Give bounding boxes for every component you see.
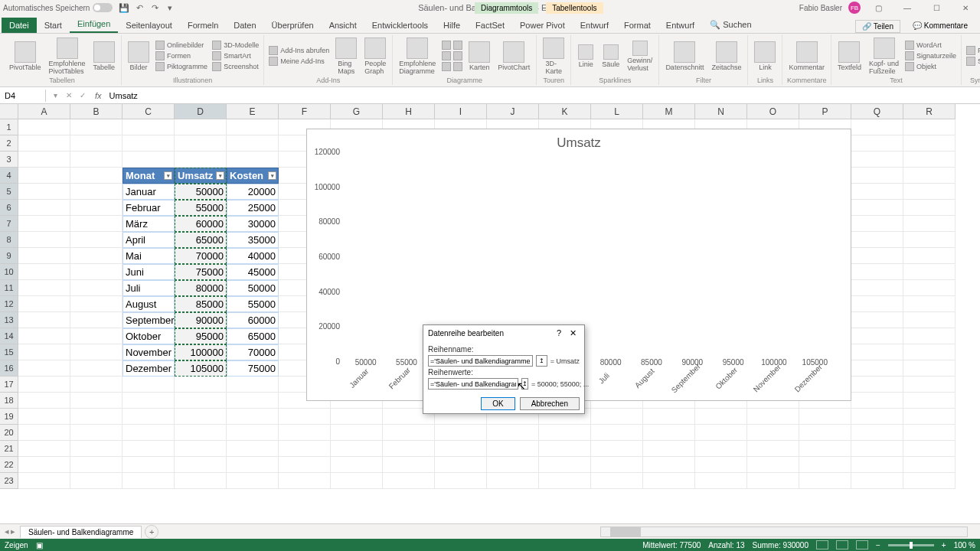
cell[interactable] <box>851 457 903 473</box>
cell[interactable] <box>18 473 70 489</box>
range-picker-icon[interactable]: ↥ <box>536 355 547 367</box>
cell[interactable] <box>851 360 903 377</box>
cell[interactable] <box>70 135 122 152</box>
header-footer-button[interactable]: Kopf- und Fußzeile <box>866 36 902 77</box>
cell[interactable] <box>122 425 175 441</box>
people-graph-button[interactable]: People Graph <box>361 36 389 77</box>
cell[interactable] <box>18 168 70 184</box>
column-header[interactable]: R <box>903 104 956 119</box>
enter-formula-icon[interactable]: ✓ <box>77 90 89 102</box>
cell[interactable]: Juli <box>122 280 175 296</box>
cell[interactable] <box>279 457 331 473</box>
icons-button[interactable]: Piktogramme <box>154 61 209 72</box>
cell[interactable] <box>799 409 851 425</box>
share-button[interactable]: 🔗 Teilen <box>855 20 900 33</box>
cell[interactable] <box>70 200 122 216</box>
row-header[interactable]: 2 <box>0 135 18 152</box>
cell[interactable] <box>747 425 799 441</box>
cell[interactable] <box>70 344 122 360</box>
fx-icon[interactable]: fx <box>92 91 105 100</box>
object-button[interactable]: Objekt <box>903 61 958 72</box>
column-header[interactable]: A <box>18 104 70 119</box>
cell[interactable] <box>70 360 122 377</box>
cell[interactable] <box>903 441 956 457</box>
cell[interactable] <box>18 344 70 360</box>
row-header[interactable]: 11 <box>0 280 18 296</box>
cell[interactable]: 80000 <box>175 280 227 296</box>
cell[interactable] <box>70 328 122 344</box>
cell[interactable] <box>18 264 70 280</box>
cell[interactable] <box>18 152 70 168</box>
normal-view-icon[interactable] <box>816 540 828 549</box>
cell[interactable]: 45000 <box>227 264 279 280</box>
cell[interactable] <box>435 441 487 457</box>
cell[interactable]: August <box>122 296 175 312</box>
get-addins-button[interactable]: Add-Ins abrufen <box>267 45 331 56</box>
cell[interactable] <box>851 441 903 457</box>
cell[interactable] <box>227 119 279 135</box>
cell[interactable]: 70000 <box>227 344 279 360</box>
cell[interactable] <box>227 393 279 409</box>
cell[interactable]: 105000 <box>175 360 227 377</box>
cell[interactable] <box>331 409 383 425</box>
dialog-help-icon[interactable]: ? <box>552 328 566 337</box>
cell[interactable] <box>227 473 279 489</box>
column-header[interactable]: O <box>747 104 799 119</box>
cell[interactable] <box>70 184 122 200</box>
cell[interactable] <box>18 200 70 216</box>
tab-seitenlayout[interactable]: Seitenlayout <box>118 18 180 33</box>
timeline-button[interactable]: Zeitachse <box>708 40 744 73</box>
cell[interactable] <box>851 248 903 264</box>
smartart-button[interactable]: SmartArt <box>211 51 260 61</box>
dialog-close-icon[interactable]: ✕ <box>566 328 580 338</box>
cell[interactable]: April <box>122 232 175 248</box>
cell[interactable] <box>331 425 383 441</box>
column-header[interactable]: N <box>695 104 747 119</box>
cell[interactable] <box>435 425 487 441</box>
cell[interactable] <box>175 152 227 168</box>
pivotchart-button[interactable]: PivotChart <box>495 40 533 73</box>
cell[interactable] <box>487 425 539 441</box>
row-header[interactable]: 5 <box>0 184 18 200</box>
zoom-in-icon[interactable]: + <box>942 541 946 549</box>
cell[interactable] <box>175 119 227 135</box>
bing-maps-button[interactable]: Bing Maps <box>332 36 360 77</box>
cell[interactable] <box>851 377 903 393</box>
filter-icon[interactable]: ▾ <box>216 171 224 180</box>
my-addins-button[interactable]: Meine Add-Ins <box>267 56 331 67</box>
cell[interactable] <box>903 473 956 489</box>
cell[interactable] <box>227 409 279 425</box>
cell[interactable] <box>487 473 539 489</box>
cell[interactable] <box>18 312 70 328</box>
cell[interactable] <box>175 473 227 489</box>
row-header[interactable]: 7 <box>0 216 18 232</box>
autosave-toggle[interactable]: Automatisches Speichern <box>3 3 113 12</box>
undo-icon[interactable]: ↶ <box>134 2 145 13</box>
tab-entwurf-chart[interactable]: Entwurf <box>573 18 616 33</box>
cell[interactable] <box>903 409 956 425</box>
cell[interactable] <box>903 216 956 232</box>
cell[interactable] <box>227 425 279 441</box>
cell[interactable]: Mai <box>122 248 175 264</box>
tab-file[interactable]: Datei <box>2 18 37 33</box>
cell[interactable] <box>903 393 956 409</box>
column-header[interactable]: E <box>227 104 279 119</box>
comment-button[interactable]: Kommentar <box>786 40 828 73</box>
cell[interactable] <box>903 135 956 152</box>
row-header[interactable]: 4 <box>0 168 18 184</box>
macro-record-icon[interactable]: ▣ <box>36 541 43 549</box>
row-header[interactable]: 9 <box>0 248 18 264</box>
cell[interactable]: Januar <box>122 184 175 200</box>
cell[interactable] <box>122 377 175 393</box>
column-header[interactable]: M <box>643 104 695 119</box>
page-break-icon[interactable] <box>856 540 868 549</box>
cell[interactable] <box>70 296 122 312</box>
cell[interactable] <box>799 441 851 457</box>
add-sheet-button[interactable]: + <box>145 525 158 539</box>
cell[interactable]: 55000 <box>227 296 279 312</box>
cell[interactable] <box>747 441 799 457</box>
cell[interactable] <box>747 457 799 473</box>
cell[interactable] <box>903 152 956 168</box>
sheet-tab[interactable]: Säulen- und Balkendiagramme <box>20 526 142 538</box>
chart-type-button[interactable] <box>440 40 464 51</box>
